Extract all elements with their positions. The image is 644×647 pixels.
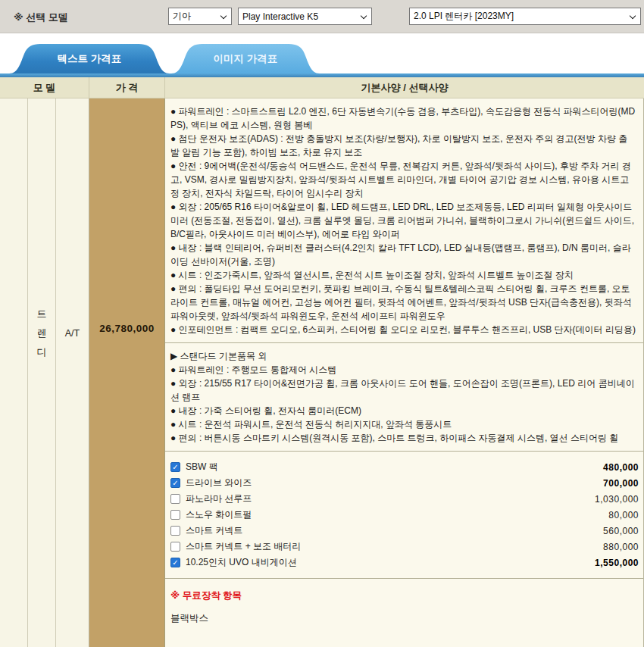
tab-image-price[interactable]: 이미지 가격표 <box>171 44 320 73</box>
option-label[interactable]: 드라이브 와이즈 <box>186 477 252 489</box>
option-row[interactable]: 드라이브 와이즈 700,000 <box>165 475 643 491</box>
spec-paragraph: ● 시트 : 인조가죽시트, 앞좌석 열선시트, 운전석 시트 높이조절 장치,… <box>170 268 636 282</box>
trim-name: 트렌디 <box>28 305 55 361</box>
brand-select-value: 기아 <box>173 10 191 23</box>
spec-paragraph: ● 첨단 운전자 보조(ADAS) : 전방 충돌방지 보조(차량/보행자), … <box>170 132 636 159</box>
brand-select[interactable]: 기아 <box>168 8 232 25</box>
trim-cell: 트렌디 <box>28 98 56 647</box>
standard-title: ▶ 스탠다드 기본품목 외 <box>170 349 636 363</box>
spec-paragraph: ● 편의 : 폴딩타입 무선 도어리모컨키, 풋파킹 브레이크, 수동식 틸트&… <box>170 282 636 323</box>
checkbox[interactable] <box>170 462 180 472</box>
spec-paragraph: ● 시트 : 운전석 파워시트, 운전석 전동식 허리지지대, 앞좌석 통풍시트 <box>170 417 636 431</box>
model-group-cell <box>0 98 28 647</box>
option-label[interactable]: SBW 팩 <box>186 461 218 474</box>
price-value: 26,780,000 <box>89 323 164 334</box>
option-label[interactable]: 10.25인치 UVO 내비게이션 <box>186 556 297 569</box>
free-items-section: ※ 무료장착 항목 블랙박스 <box>165 585 643 625</box>
chevron-down-icon <box>220 13 227 19</box>
checkbox[interactable] <box>170 558 180 567</box>
standard-section: ▶ 스탠다드 기본품목 외 ● 파워트레인 : 주행모드 통합제어 시스템● 외… <box>165 349 643 445</box>
option-price: 1,550,000 <box>595 558 639 568</box>
checkbox[interactable] <box>170 526 180 536</box>
option-label[interactable]: 스노우 화이트펄 <box>186 508 252 521</box>
option-price: 480,000 <box>603 462 639 473</box>
free-item-list: 블랙박스 <box>170 612 636 625</box>
divider <box>165 578 643 579</box>
checkbox[interactable] <box>170 542 180 552</box>
spec-paragraph: ● 내장 : 블랙 인테리어, 슈퍼비전 클러스터(4.2인치 칼라 TFT L… <box>170 241 636 268</box>
spec-cell: ● 파워트레인 : 스마트스트림 L2.0 엔진, 6단 자동변속기(수동 겸용… <box>165 98 644 647</box>
option-label[interactable]: 스마트 커넥트 <box>186 524 242 537</box>
model-selector-bar: ※ 선택 모델 기아 Play Interactive K5 2.0 LPI 렌… <box>0 0 644 33</box>
table-header: 모 델 가 격 기본사양 / 선택사양 <box>0 77 644 98</box>
trim-select[interactable]: 2.0 LPI 렌터카 [2023MY] <box>409 8 641 25</box>
option-price: 700,000 <box>603 478 639 489</box>
option-row[interactable]: 스마트 커넥트 + 보조 배터리 880,000 <box>165 539 643 555</box>
model-select-value: Play Interactive K5 <box>242 11 318 22</box>
free-item: 블랙박스 <box>170 612 636 625</box>
option-price: 1,030,000 <box>595 494 639 505</box>
option-price: 880,000 <box>603 542 639 552</box>
option-row[interactable]: 파노라마 선루프 1,030,000 <box>165 491 643 507</box>
option-row[interactable]: 스노우 화이트펄 80,000 <box>165 507 643 523</box>
tab-text-price[interactable]: 텍스트 가격표 <box>9 44 170 73</box>
tab-band: 텍스트 가격표 이미지 가격표 <box>0 33 644 73</box>
col-header-model: 모 델 <box>0 77 89 98</box>
select-model-label: ※ 선택 모델 <box>14 11 68 24</box>
option-label[interactable]: 파노라마 선루프 <box>186 492 252 505</box>
transmission-cell: A/T <box>56 98 89 647</box>
spec-paragraph: ● 외장 : 215/55 R17 타이어&전면가공 휠, 크롬 아웃사이드 도… <box>170 377 636 404</box>
option-row[interactable]: 10.25인치 UVO 내비게이션 1,550,000 <box>165 555 643 570</box>
divider <box>165 451 643 452</box>
model-select[interactable]: Play Interactive K5 <box>238 8 372 25</box>
spec-paragraph: ● 내장 : 가죽 스티어링 휠, 전자식 룸미러(ECM) <box>170 404 636 417</box>
checkbox[interactable] <box>170 510 180 520</box>
checkbox[interactable] <box>170 478 180 488</box>
free-items-title: ※ 무료장착 항목 <box>170 589 636 602</box>
chevron-down-icon <box>630 13 636 19</box>
option-list: SBW 팩 480,000 드라이브 와이즈 700,000 파노라마 선루프 … <box>165 458 643 572</box>
price-sheet-page: ※ 선택 모델 기아 Play Interactive K5 2.0 LPI 렌… <box>0 0 644 647</box>
option-label[interactable]: 스마트 커넥트 + 보조 배터리 <box>186 540 301 553</box>
spec-paragraph: ● 파워트레인 : 스마트스트림 L2.0 엔진, 6단 자동변속기(수동 겸용… <box>170 105 636 132</box>
standard-item-list: ● 파워트레인 : 주행모드 통합제어 시스템● 외장 : 215/55 R17… <box>170 363 636 445</box>
base-spec-list: ● 파워트레인 : 스마트스트림 L2.0 엔진, 6단 자동변속기(수동 겸용… <box>165 98 643 336</box>
option-price: 560,000 <box>603 526 639 536</box>
transmission-value: A/T <box>56 328 89 339</box>
spec-paragraph: ● 안전 : 9에어백(운전석/동승석 어드밴스드, 운전석 무릎, 전복감지 … <box>170 159 636 200</box>
col-header-price: 가 격 <box>89 77 165 98</box>
spec-paragraph: ● 인포테인먼트 : 컴팩트 오디오, 6스피커, 스티어링 휠 오디오 리모컨… <box>170 323 636 336</box>
spec-paragraph: ● 외장 : 205/65 R16 타이어&알로이 휠, LED 헤드램프, L… <box>170 200 636 241</box>
spec-paragraph: ● 편의 : 버튼시동 스마트키 시스템(원격시동 포함), 스마트 트렁크, … <box>170 431 636 445</box>
checkbox[interactable] <box>170 494 180 504</box>
trim-select-value: 2.0 LPI 렌터카 [2023MY] <box>414 10 514 23</box>
option-row[interactable]: 스마트 커넥트 560,000 <box>165 523 643 539</box>
table-body: 트렌디 A/T 26,780,000 ● 파워트레인 : 스마트스트림 L2.0… <box>0 98 644 647</box>
spec-paragraph: ● 파워트레인 : 주행모드 통합제어 시스템 <box>170 363 636 377</box>
col-header-spec: 기본사양 / 선택사양 <box>165 77 644 98</box>
price-cell: 26,780,000 <box>89 98 165 647</box>
option-price: 80,000 <box>608 510 639 520</box>
divider <box>165 342 643 343</box>
chevron-down-icon <box>361 13 367 19</box>
option-row[interactable]: SBW 팩 480,000 <box>165 459 643 475</box>
